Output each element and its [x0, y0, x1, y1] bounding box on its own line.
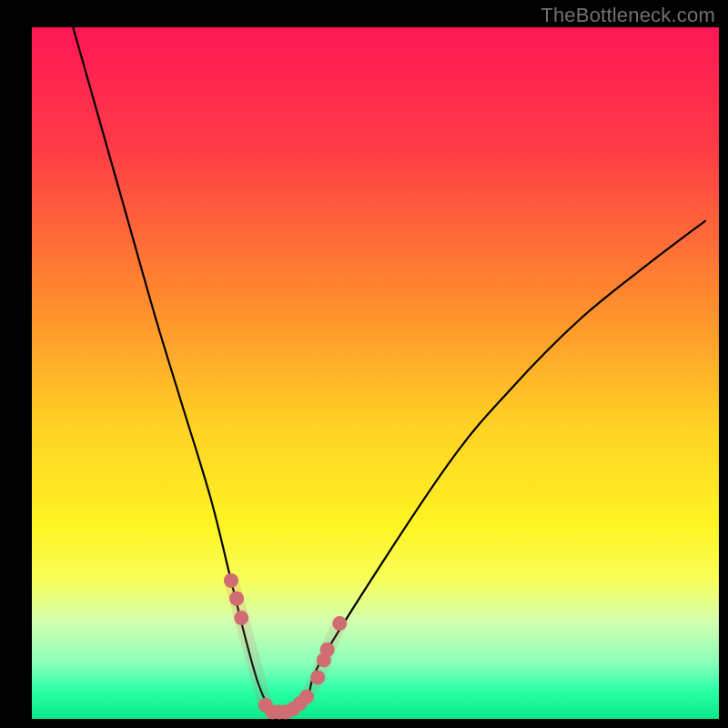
highlight-dot: [229, 592, 244, 606]
highlight-dot: [320, 642, 335, 657]
attribution-label: TheBottleneck.com: [541, 4, 715, 27]
highlight-dot: [224, 573, 238, 588]
chart-container: TheBottleneck.com: [0, 0, 728, 728]
bottleneck-plot: [0, 0, 728, 728]
plot-background: [32, 27, 719, 719]
highlight-dot: [299, 690, 314, 704]
highlight-dot: [332, 616, 347, 631]
highlight-dot: [310, 670, 325, 684]
highlight-dot: [234, 611, 248, 625]
